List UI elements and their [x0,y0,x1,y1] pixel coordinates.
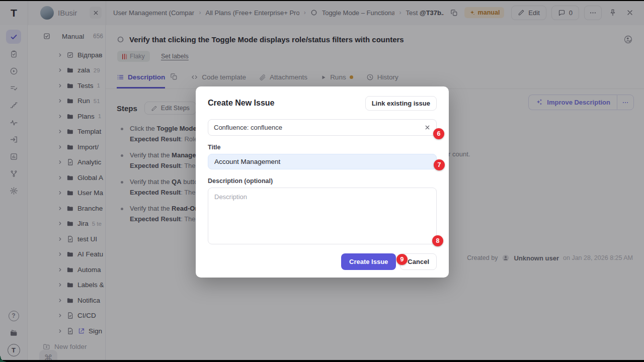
annotation-badge-6: 6 [433,128,444,139]
issue-title-input[interactable] [208,154,437,169]
integration-select[interactable]: Confluence: confluence [208,119,437,136]
create-issue-button[interactable]: Create Issue [341,253,396,270]
annotation-badge-9: 9 [396,254,408,265]
window-corner [0,356,6,362]
app-window: T IBusir User Management (Compan... › Al… [0,0,644,362]
create-issue-modal: Link existing issue Create New Issue Con… [196,86,449,278]
screen-edge-top [0,0,644,1]
annotation-badge-7: 7 [434,159,445,170]
issue-description-textarea[interactable] [208,188,437,244]
integration-value: Confluence: confluence [214,124,282,131]
title-field-label: Title [208,144,437,151]
description-field-label: Description (optional) [208,177,437,185]
annotation-badge-8: 8 [432,235,443,246]
clear-selection-icon[interactable] [424,124,431,131]
screen-edge-bottom [0,360,644,362]
link-existing-issue-button[interactable]: Link existing issue [365,96,437,111]
